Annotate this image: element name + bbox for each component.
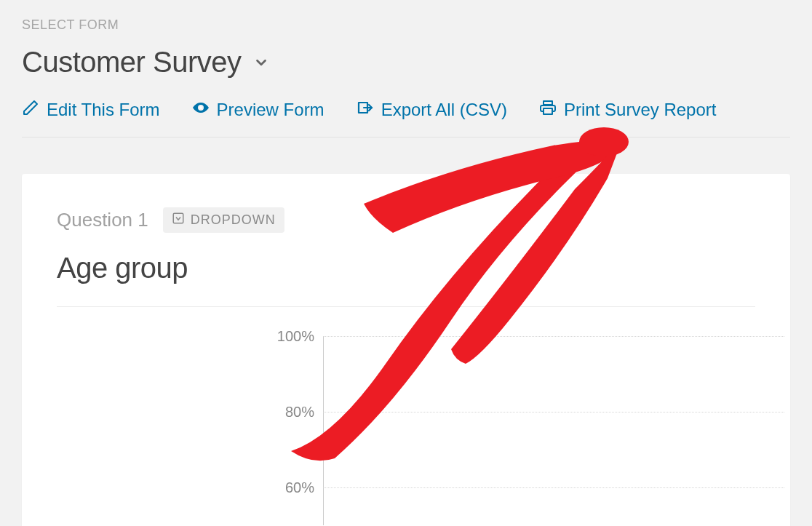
pencil-icon	[22, 99, 39, 121]
form-selector[interactable]: Customer Survey	[22, 46, 271, 79]
question-index: Question 1	[57, 209, 148, 231]
caret-square-down-icon	[172, 212, 185, 228]
preview-form-button[interactable]: Preview Form	[192, 99, 325, 121]
print-report-label: Print Survey Report	[564, 100, 716, 120]
action-bar: Edit This Form Preview Form Export All (…	[22, 99, 790, 138]
chart-y-axis	[323, 336, 324, 525]
question-type-badge: DROPDOWN	[163, 207, 284, 233]
question-title: Age group	[57, 252, 755, 307]
preview-form-label: Preview Form	[217, 100, 325, 120]
chevron-down-icon	[251, 52, 271, 73]
edit-form-button[interactable]: Edit This Form	[22, 99, 160, 121]
question-type-label: DROPDOWN	[191, 212, 276, 228]
chart: 100% 80% 60%	[275, 336, 784, 525]
export-icon	[357, 99, 374, 121]
chart-gridline	[323, 487, 784, 488]
chart-y-tick-label: 80%	[271, 404, 314, 421]
chart-gridline	[323, 336, 784, 337]
select-form-label: SELECT FORM	[22, 17, 790, 33]
svg-point-0	[199, 106, 202, 109]
form-selector-title: Customer Survey	[22, 46, 241, 79]
print-icon	[539, 99, 557, 121]
svg-rect-5	[173, 213, 183, 223]
chart-y-tick-label: 60%	[271, 479, 314, 496]
svg-rect-4	[544, 108, 552, 114]
eye-icon	[192, 99, 210, 121]
print-report-button[interactable]: Print Survey Report	[539, 99, 716, 121]
chart-y-tick-label: 100%	[271, 328, 314, 345]
svg-rect-3	[544, 101, 552, 105]
question-card: Question 1 DROPDOWN Age group 100% 80% 6…	[22, 174, 790, 526]
edit-form-label: Edit This Form	[47, 100, 160, 120]
chart-gridline	[323, 412, 784, 413]
export-csv-label: Export All (CSV)	[381, 100, 507, 120]
export-csv-button[interactable]: Export All (CSV)	[357, 99, 507, 121]
